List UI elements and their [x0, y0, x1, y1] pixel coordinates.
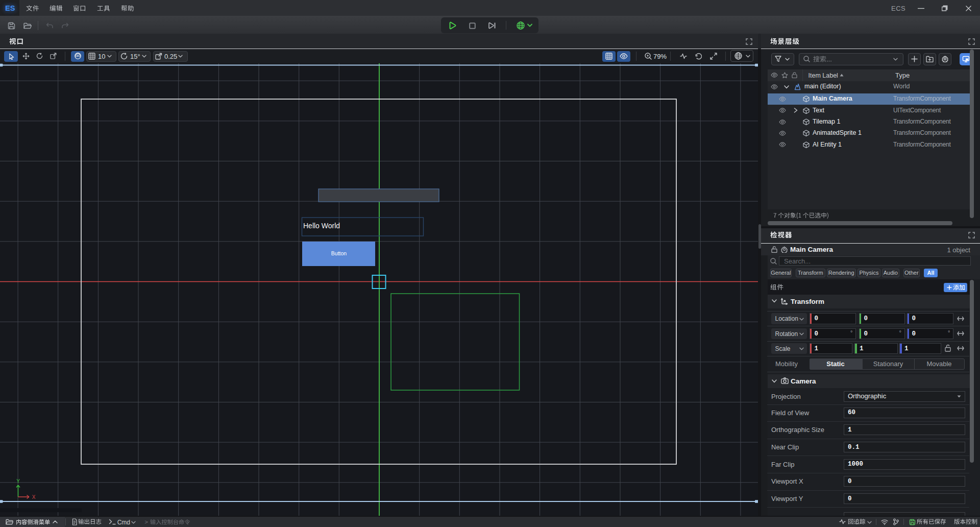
svg-text:Button: Button	[331, 250, 347, 256]
svg-text:Y: Y	[16, 478, 20, 484]
svg-text:Hello World: Hello World	[303, 222, 340, 230]
svg-text:X: X	[32, 494, 36, 500]
